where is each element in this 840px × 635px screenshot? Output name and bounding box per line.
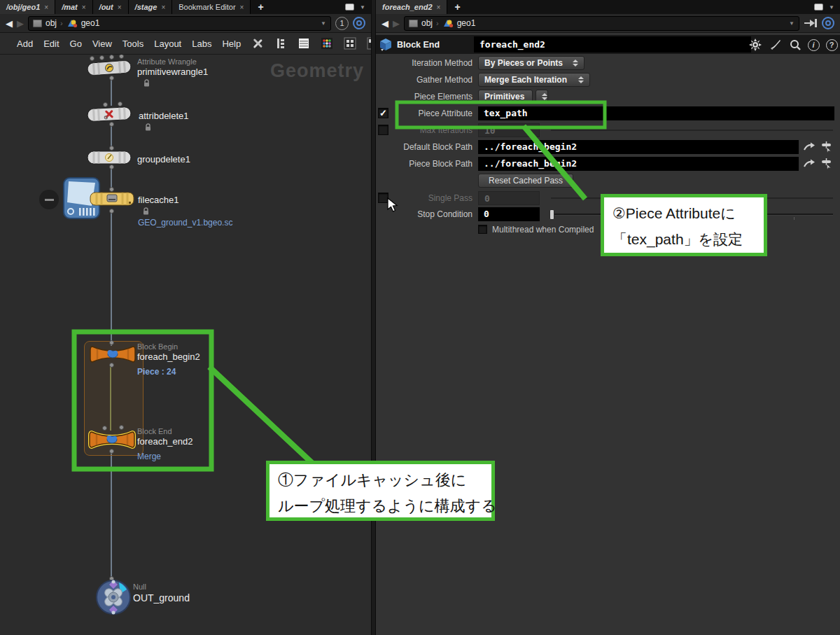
jump-to-operator-icon[interactable] [802,156,817,172]
max-iterations-input[interactable]: 10 [478,123,540,137]
jump-to-operator-icon[interactable] [802,139,817,155]
node-name-label[interactable]: filecache1 [138,195,179,205]
output-connector[interactable] [109,209,114,214]
node-name-field[interactable]: foreach_end2 [474,36,751,53]
piece-block-path-input[interactable]: ../foreach_begin2 [478,157,799,171]
path-dropdown-icon[interactable]: ▼ [789,20,794,27]
right-tab-bar: foreach_end2 × + ▼ [376,0,840,14]
node-foreach-begin2[interactable] [90,344,136,365]
back-arrow-icon[interactable]: ◀ [382,18,388,29]
menu-add[interactable]: Add [17,39,33,49]
color-palette-icon[interactable] [321,36,333,50]
back-arrow-icon[interactable]: ◀ [6,18,13,29]
gather-method-dropdown[interactable]: Merge Each Iteration [478,73,590,87]
network-path-field[interactable]: obj › geo1 ▼ [28,16,331,31]
node-type-label: Attribute Wrangle [137,57,197,66]
menu-edit[interactable]: Edit [43,39,59,49]
pane-menu-icon[interactable]: ▼ [360,4,365,11]
link-target-icon[interactable] [353,17,365,29]
dropdown-value: Merge Each Iteration [484,75,567,85]
output-connector[interactable] [109,76,114,81]
pane-maximize-icon[interactable] [814,4,823,11]
history-count-badge[interactable]: 1 [335,17,349,30]
output-connector[interactable] [109,363,114,368]
close-icon[interactable]: × [44,4,48,11]
lock-icon [144,123,152,132]
close-icon[interactable]: × [240,4,244,11]
new-tab-button[interactable]: + [251,0,270,14]
close-icon[interactable]: × [118,4,122,11]
pane-maximize-icon[interactable] [345,4,354,11]
tab-bookmark-editor[interactable]: Bookmark Editor × [172,0,251,14]
node-name-label[interactable]: primitivewrangle1 [137,67,208,77]
close-icon[interactable]: × [437,4,441,11]
menu-tools[interactable]: Tools [122,39,144,49]
grid-layout-icon[interactable] [344,36,356,50]
output-connector[interactable] [109,449,114,454]
breadcrumb-obj[interactable]: obj [421,18,433,28]
select-operator-icon[interactable] [819,139,834,155]
iteration-method-dropdown[interactable]: By Pieces or Points [478,56,584,70]
node-comment: GEO_ground_v1.bgeo.sc [138,218,232,228]
spinner-icon[interactable] [573,60,578,67]
pane-divider[interactable] [371,0,376,635]
tab-out[interactable]: /out × [93,0,129,14]
menu-labs[interactable]: Labs [192,39,211,49]
node-filecache1[interactable] [90,189,136,209]
breadcrumb-obj[interactable]: obj [46,18,57,28]
tab-stage[interactable]: /stage × [129,0,173,14]
slider-handle[interactable] [550,209,554,220]
help-icon[interactable]: ? [823,36,840,53]
gear-icon[interactable] [747,36,764,53]
breadcrumb-geo1[interactable]: geo1 [457,18,476,28]
spinner-icon[interactable] [578,76,584,83]
node-name-label[interactable]: foreach_end2 [137,436,193,447]
parameter-path-field[interactable]: obj › geo1 ▼ [404,16,799,31]
close-icon[interactable]: × [82,4,86,11]
search-icon[interactable] [787,36,804,53]
output-connector[interactable] [109,165,114,169]
forward-arrow-icon[interactable]: ▶ [17,18,24,29]
breadcrumb-geo1[interactable]: geo1 [81,18,100,28]
link-target-icon[interactable] [822,17,834,29]
network-graph[interactable]: Geometry Attribute Wrangle primitivewran… [0,55,371,635]
tab-mat[interactable]: /mat × [55,0,92,14]
node-name-label[interactable]: groupdelete1 [137,154,190,165]
path-dropdown-icon[interactable]: ▼ [321,20,326,27]
spinner-icon[interactable] [536,90,548,104]
tree-view-icon[interactable] [274,36,287,50]
output-connector[interactable] [109,122,114,127]
default-block-path-input[interactable]: ../foreach_begin2 [478,140,799,154]
piece-attribute-input[interactable]: tex_path [478,106,834,120]
single-pass-input[interactable]: 0 [478,191,540,205]
menu-go[interactable]: Go [70,39,82,49]
close-icon[interactable]: × [161,4,165,11]
menu-layout[interactable]: Layout [154,39,181,49]
param-label: Piece Elements [376,89,472,104]
node-name-label[interactable]: OUT_ground [133,592,190,603]
node-name-label[interactable]: foreach_begin2 [137,351,200,362]
pin-icon[interactable] [804,18,818,28]
tab-obj-geo1[interactable]: /obj/geo1 × [0,0,55,14]
piece-elements-dropdown[interactable]: Primitives [478,90,533,104]
stop-condition-input[interactable]: 0 [478,207,540,221]
node-out-ground[interactable] [95,579,132,615]
block-end-cube-icon[interactable] [379,38,393,52]
select-operator-icon[interactable] [819,156,834,172]
pane-menu-icon[interactable]: ▼ [829,4,834,11]
menu-view[interactable]: View [92,39,112,49]
tab-foreach-end2[interactable]: foreach_end2 × [376,0,447,14]
collapse-minus-button[interactable] [39,190,59,209]
max-iterations-slider[interactable] [551,130,833,132]
info-icon[interactable]: i [805,36,822,53]
multithread-checkbox[interactable] [478,225,487,234]
brush-icon[interactable] [767,36,784,53]
forward-arrow-icon[interactable]: ▶ [393,18,400,29]
list-view-icon[interactable] [298,36,310,50]
node-foreach-end2[interactable] [88,428,136,451]
new-tab-button[interactable]: + [447,0,467,14]
node-name-label[interactable]: attribdelete1 [139,111,189,121]
menu-help[interactable]: Help [222,39,241,49]
tools-wrench-icon[interactable] [251,36,264,50]
reset-cached-pass-button[interactable]: Reset Cached Pass [478,174,573,188]
